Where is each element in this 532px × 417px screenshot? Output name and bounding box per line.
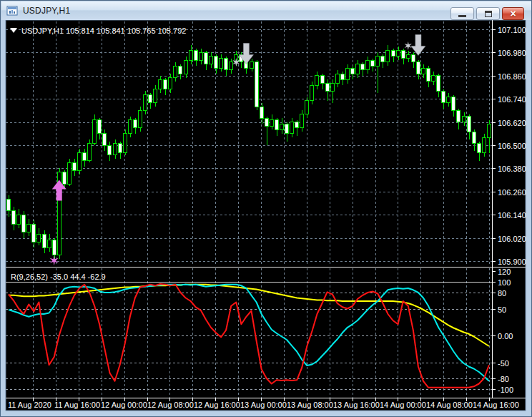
oscillator-scale-label: -100 — [498, 386, 513, 394]
candle-body — [184, 60, 188, 74]
time-axis-label: 14 Aug 08:00 — [426, 401, 473, 409]
candle-body — [336, 74, 340, 84]
oscillator-scale-label: 120 — [498, 268, 511, 276]
candle-body — [275, 120, 279, 130]
candle-body — [417, 62, 420, 74]
candle-body — [351, 68, 355, 74]
candle-body — [129, 120, 132, 134]
candle-body — [483, 137, 486, 153]
candle-body — [412, 54, 415, 62]
time-axis-label: 14 Aug 16:00 — [473, 401, 519, 409]
minimize-button[interactable] — [450, 7, 474, 20]
candle-body — [179, 66, 182, 74]
candle-body — [442, 91, 445, 102]
price-axis-label: 106.620 — [498, 119, 526, 127]
candle-body — [437, 76, 440, 92]
candle-body — [32, 225, 36, 242]
candle-body — [427, 68, 430, 82]
candle-body — [205, 52, 208, 64]
candle-body — [356, 64, 360, 74]
price-axis-label: 107.100 — [498, 26, 526, 34]
candle-body — [88, 143, 92, 160]
candle-body — [53, 240, 56, 255]
candle-body — [321, 76, 325, 84]
oscillator-scale-label: 100 — [498, 278, 511, 287]
candle-body — [230, 62, 233, 70]
candle-body — [98, 120, 102, 134]
candle-body — [300, 114, 304, 128]
time-axis-label: 12 Aug 16:00 — [194, 401, 240, 409]
close-icon: × — [510, 9, 516, 19]
candle-body — [478, 143, 481, 153]
time-axis-label: 11 Aug 16:00 — [54, 401, 100, 409]
candle-body — [346, 68, 350, 79]
price-axis-label: 105.900 — [498, 257, 526, 266]
candle-body — [103, 134, 107, 145]
candle-body — [432, 76, 435, 82]
time-axis-label: 12 Aug 00:00 — [101, 401, 147, 409]
candle-body — [149, 95, 152, 103]
candle-body — [371, 60, 375, 66]
restore-button[interactable] — [476, 7, 500, 20]
candle-body — [119, 143, 122, 153]
candle-body — [260, 107, 264, 118]
minimize-icon — [458, 15, 466, 17]
candle-body — [310, 85, 314, 101]
candle-body — [447, 97, 450, 103]
candle-body — [68, 162, 72, 184]
candle-body — [250, 62, 254, 68]
candle-body — [457, 110, 460, 122]
candle-body — [326, 84, 330, 92]
candle-body — [48, 240, 51, 247]
price-axis-label: 106.380 — [498, 165, 526, 173]
price-axis-label: 106.260 — [498, 188, 526, 197]
restore-icon — [485, 11, 492, 17]
candle-body — [376, 57, 380, 67]
candle-body — [463, 117, 466, 122]
candle-body — [83, 153, 87, 161]
candle-body — [220, 59, 223, 69]
candle-body — [285, 124, 289, 134]
oscillator-scale-label: 50 — [498, 305, 506, 314]
candle-body — [397, 51, 400, 57]
candle-body — [210, 57, 213, 64]
candle-body — [73, 162, 77, 170]
oscillator-scale-label: 80 — [498, 289, 506, 298]
candle-body — [93, 120, 97, 143]
title-bar[interactable]: USDJPY,H1 × — [1, 1, 531, 20]
candle-body — [189, 51, 193, 61]
ohlc-header: USDJPY,H1 105.814 105.841 105.765 105.79… — [21, 26, 186, 35]
candle-body — [22, 215, 26, 232]
candle-body — [331, 84, 335, 92]
time-axis-label: 13 Aug 00:00 — [240, 401, 287, 409]
candle-body — [341, 74, 345, 79]
oscillator-scale-label: 0.00 — [498, 332, 513, 340]
price-axis-label: 106.020 — [498, 235, 526, 243]
window-controls: × — [450, 7, 524, 20]
candle-body — [78, 153, 82, 170]
close-button[interactable]: × — [502, 7, 524, 20]
candle-body — [407, 54, 410, 58]
price-axis-label: 106.500 — [498, 142, 526, 150]
time-axis-label: 13 Aug 08:00 — [287, 401, 333, 409]
candle-body — [361, 64, 365, 70]
candle-body — [386, 51, 390, 62]
candle-body — [159, 79, 162, 89]
candle-body — [215, 57, 218, 68]
candle-body — [164, 79, 167, 89]
price-axis-label: 106.860 — [498, 72, 526, 81]
chart-window: 107.100106.980106.860106.740106.620106.5… — [0, 0, 532, 417]
price-axis-label: 106.980 — [498, 49, 526, 57]
chart-canvas[interactable]: 107.100106.980106.860106.740106.620106.5… — [1, 1, 532, 417]
candle-body — [7, 200, 11, 211]
candle-body — [488, 124, 491, 137]
candle-body — [290, 122, 294, 134]
candle-body — [315, 76, 319, 86]
candle-body — [473, 132, 476, 143]
candle-body — [422, 68, 425, 74]
candle-body — [144, 95, 147, 111]
candle-body — [27, 225, 31, 232]
candle-body — [169, 78, 172, 89]
indicator-label: R(9,26,52) -35.0 44.4 -62.9 — [11, 273, 106, 281]
oscillator-scale-label: -80 — [498, 375, 509, 383]
